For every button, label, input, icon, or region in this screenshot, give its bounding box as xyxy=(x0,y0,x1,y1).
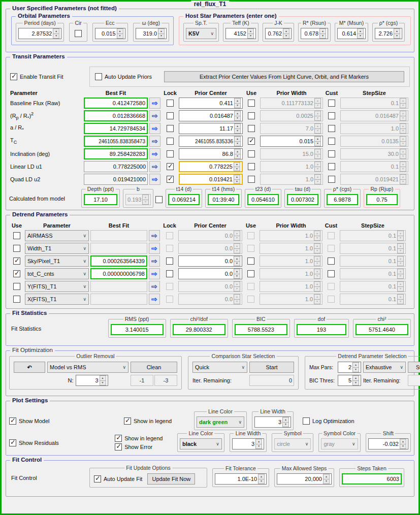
auto-update-priors-checkbox[interactable] xyxy=(95,73,102,80)
prior-width-spinner[interactable] xyxy=(314,256,320,266)
enable-transit-fit-checkbox[interactable] xyxy=(10,73,17,80)
stepsize-spinner[interactable] xyxy=(400,111,406,121)
spt-dropdown[interactable]: K5V xyxy=(186,28,216,39)
auto-update-priors[interactable]: Auto Update Priors xyxy=(95,73,152,80)
prior-center-spinner[interactable] xyxy=(234,111,241,121)
prior-center-field[interactable]: 86.8 xyxy=(179,148,243,159)
prior-width-spinner[interactable] xyxy=(314,269,320,279)
use-prior-checkbox[interactable] xyxy=(248,163,255,170)
cust-checkbox[interactable] xyxy=(328,258,335,265)
lock-checkbox[interactable] xyxy=(167,100,174,107)
use-prior-checkbox[interactable] xyxy=(248,100,255,107)
detrend-start-button[interactable]: Start xyxy=(408,362,420,373)
use-prior-checkbox[interactable] xyxy=(248,138,255,145)
prior-width-field[interactable]: 0.0025 xyxy=(260,110,323,121)
residuals-show-in-legend[interactable]: Show in legend xyxy=(115,435,172,442)
detrend-param-dropdown[interactable]: tot_C_cnts xyxy=(25,268,89,279)
copy-to-prior-button[interactable]: ⇨ xyxy=(149,294,160,305)
detrend-param-dropdown[interactable]: X(FITS)_T1 xyxy=(25,294,89,305)
prior-center-spinner[interactable] xyxy=(234,162,240,171)
rstar-spinner[interactable] xyxy=(319,28,326,39)
prior-width-spinner[interactable] xyxy=(314,174,321,184)
comparison-mode-dropdown[interactable]: Quick xyxy=(192,362,247,373)
copy-to-prior-button[interactable]: ⇨ xyxy=(149,174,160,185)
jk-input[interactable]: 0.762 xyxy=(265,28,292,39)
show-error[interactable]: Show Error xyxy=(115,443,172,450)
max-allowed-steps-spinner[interactable] xyxy=(323,474,330,484)
stepsize-field[interactable]: 0.1 xyxy=(340,255,406,267)
cust-checkbox[interactable] xyxy=(328,100,335,107)
prior-center-spinner[interactable] xyxy=(234,149,241,159)
lock-checkbox[interactable] xyxy=(166,258,173,265)
show-residuals[interactable]: Show Residuals xyxy=(9,439,76,446)
stepsize-field[interactable]: 0.019421 xyxy=(340,174,408,185)
prior-width-spinner[interactable] xyxy=(314,123,321,134)
auto-update-fit[interactable]: Auto Update Fit xyxy=(94,475,142,482)
max-pars-input[interactable]: 2 xyxy=(338,362,361,373)
lock-checkbox[interactable] xyxy=(167,176,174,183)
model-line-color-dropdown[interactable]: dark green xyxy=(197,416,244,428)
detrend-param-dropdown[interactable]: Width_T1 xyxy=(25,243,89,254)
comparison-start-button[interactable]: Start xyxy=(249,362,294,373)
copy-to-prior-button[interactable]: ⇨ xyxy=(149,243,160,254)
b-lock-checkbox[interactable] xyxy=(155,196,163,203)
prior-width-field[interactable]: 1.0 xyxy=(260,255,322,267)
show-model[interactable]: Show Model xyxy=(9,417,85,425)
shift-input[interactable]: -0.032 xyxy=(368,438,408,449)
use-prior-checkbox[interactable] xyxy=(248,125,255,132)
use-prior-checkbox[interactable] xyxy=(247,258,254,265)
detrend-param-dropdown[interactable]: AIRMASS xyxy=(25,230,89,241)
copy-to-prior-button[interactable]: ⇨ xyxy=(149,255,160,267)
prior-width-field[interactable]: 15.0 xyxy=(260,148,323,159)
best-fit-field[interactable]: 2461055.838358473 xyxy=(84,136,148,147)
best-fit-field[interactable]: 0.019421000 xyxy=(84,174,148,185)
bic-thres-input[interactable]: 5 xyxy=(338,375,361,386)
copy-to-prior-button[interactable]: ⇨ xyxy=(149,110,160,121)
fit-tolerance-input[interactable]: 1.0E-10 xyxy=(215,473,267,485)
max-pars-spinner[interactable] xyxy=(352,362,359,372)
n-input[interactable]: 3 xyxy=(76,375,108,386)
show-residuals-checkbox[interactable] xyxy=(9,439,16,446)
lock-checkbox[interactable] xyxy=(167,125,174,132)
prior-width-field[interactable]: 1.0 xyxy=(260,174,323,185)
stepsize-field[interactable]: 0.1 xyxy=(340,98,408,109)
prior-center-field[interactable]: 11.17 xyxy=(179,123,243,134)
use-prior-checkbox[interactable] xyxy=(248,112,255,119)
stepsize-field[interactable]: 0.1 xyxy=(340,161,408,172)
prior-center-spinner[interactable] xyxy=(234,269,240,279)
prior-center-spinner[interactable] xyxy=(234,256,240,266)
rstar-input[interactable]: 0.678 xyxy=(301,28,328,39)
use-detrend-checkbox[interactable] xyxy=(13,232,20,239)
prior-width-field[interactable]: 1.0 xyxy=(260,268,322,279)
lock-checkbox[interactable] xyxy=(167,112,174,119)
stepsize-spinner[interactable] xyxy=(400,162,406,172)
stepsize-spinner[interactable] xyxy=(400,123,406,134)
cust-checkbox[interactable] xyxy=(328,163,335,170)
model-legend-checkbox[interactable] xyxy=(124,417,131,425)
stepsize-spinner[interactable] xyxy=(400,149,406,159)
lock-checkbox[interactable] xyxy=(167,163,174,170)
residuals-legend-checkbox[interactable] xyxy=(115,435,122,442)
max-allowed-steps-input[interactable]: 20,000 xyxy=(277,473,332,485)
lock-checkbox[interactable] xyxy=(167,138,174,145)
omega-input[interactable]: 319.0 xyxy=(136,28,167,39)
prior-center-field[interactable]: 0.019421 xyxy=(179,174,243,185)
best-fit-field[interactable]: 0.012836668 xyxy=(84,110,148,121)
stepsize-spinner[interactable] xyxy=(400,98,406,108)
copy-to-prior-button[interactable]: ⇨ xyxy=(149,98,160,109)
teff-spinner[interactable] xyxy=(247,28,254,39)
auto-update-fit-checkbox[interactable] xyxy=(94,475,101,482)
model-line-width-input[interactable]: 3 xyxy=(254,416,291,428)
copy-to-prior-button[interactable]: ⇨ xyxy=(149,148,160,159)
prior-center-spinner[interactable] xyxy=(234,123,241,134)
residuals-line-width-input[interactable]: 3 xyxy=(232,438,264,449)
copy-to-prior-button[interactable]: ⇨ xyxy=(149,123,160,134)
stepsize-field[interactable]: 30.0 xyxy=(340,148,408,159)
use-detrend-checkbox[interactable] xyxy=(13,270,20,277)
log-optimization[interactable]: Log Optimization xyxy=(303,417,354,425)
best-fit-field[interactable]: 89.258428283 xyxy=(84,148,148,159)
ecc-spinner[interactable] xyxy=(117,28,123,39)
model-show-in-legend[interactable]: Show in legend xyxy=(124,417,189,425)
copy-to-prior-button[interactable]: ⇨ xyxy=(149,230,160,241)
residuals-line-color-dropdown[interactable]: black xyxy=(180,438,222,449)
